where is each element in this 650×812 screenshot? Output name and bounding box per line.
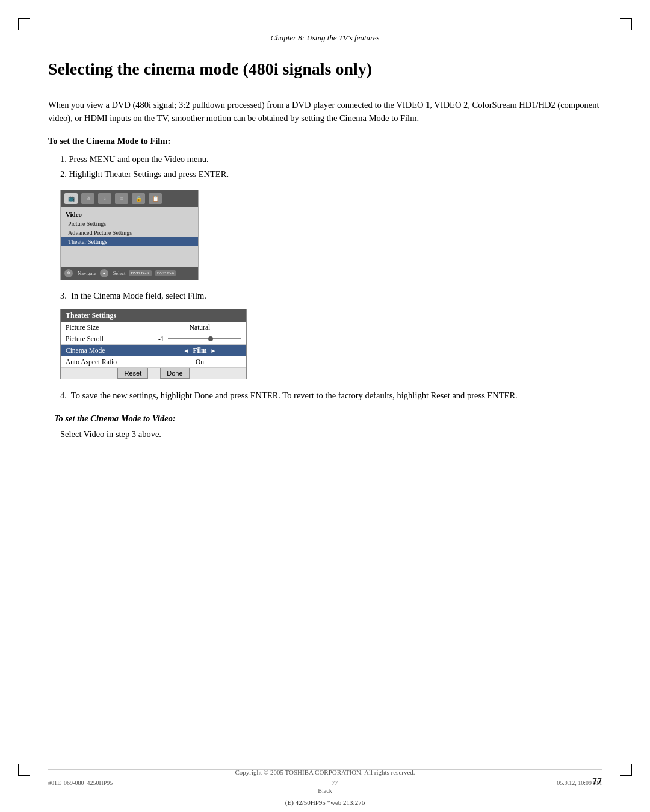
cinema-mode-label: Cinema Mode [61, 345, 153, 356]
video-text: Select Video in step 3 above. [60, 427, 602, 441]
step-2: Highlight Theater Settings and press ENT… [60, 167, 602, 181]
footer-bottom: #01E_069-080_4250HP95 77 05.9.12, 10:09 … [48, 779, 602, 786]
done-button[interactable]: Done [160, 368, 189, 379]
select-badge: ● [100, 269, 108, 277]
dvd-back-btn: DVD Back [129, 270, 151, 276]
footer-copyright: Copyright © 2005 TOSHIBA CORPORATION. Al… [48, 769, 602, 776]
menu-icon-4: ≡ [115, 193, 128, 204]
theater-row-auto-aspect: Auto Aspect Ratio On [61, 356, 246, 368]
menu-screenshot: 📺 🖥 ♪ ≡ 🔒 📋 Video Picture Settings Advan… [60, 190, 199, 280]
menu-icon-1: 📺 [64, 193, 78, 204]
sub-heading-film: To set the Cinema Mode to Film: [48, 136, 602, 146]
step-3-text: 3. In the Cinema Mode field, select Film… [60, 289, 602, 303]
steps-list: Press MENU and open the Video menu. High… [60, 152, 602, 181]
theater-row-picture-scroll: Picture Scroll -1 [61, 333, 246, 345]
auto-aspect-label: Auto Aspect Ratio [61, 356, 153, 367]
picture-size-value: Natural [153, 322, 246, 333]
step-4-text: 4. To save the new settings, highlight D… [60, 389, 602, 403]
section-title: Selecting the cinema mode (480i signals … [48, 48, 602, 87]
cinema-mode-arrow-left[interactable]: ◄ [184, 347, 190, 354]
scroll-num: -1 [158, 335, 164, 342]
reset-button[interactable]: Reset [117, 368, 148, 379]
auto-aspect-value: On [153, 356, 246, 367]
step-1: Press MENU and open the Video menu. [60, 152, 602, 166]
menu-icons-bar: 📺 🖥 ♪ ≡ 🔒 📋 [61, 190, 198, 207]
menu-item-advanced: Advanced Picture Settings [61, 228, 198, 237]
menu-body: Video Picture Settings Advanced Picture … [61, 207, 198, 249]
menu-icon-6: 📋 [149, 193, 162, 204]
content-area: Selecting the cinema mode (480i signals … [0, 48, 650, 441]
cinema-mode-value: ◄ Film ► [153, 345, 246, 356]
bottom-barcode: (E) 42/50HP95 *web 213:276 [0, 796, 650, 806]
picture-scroll-value: -1 [153, 333, 246, 344]
menu-icon-2: 🖥 [81, 193, 94, 204]
footer-page-left: 77 [332, 779, 338, 786]
navigate-label: Navigate [78, 270, 96, 276]
theater-settings-table: Theater Settings Picture Size Natural Pi… [60, 309, 247, 379]
page-container: Chapter 8: Using the TV's features Selec… [0, 0, 650, 812]
theater-row-picture-size: Picture Size Natural [61, 322, 246, 333]
menu-nav-bar: ⊕ Navigate ● Select DVD Back DVD Exit [61, 267, 198, 280]
dvd-exit-btn: DVD Exit [155, 270, 176, 276]
picture-size-label: Picture Size [61, 322, 153, 333]
menu-item-picture-settings: Picture Settings [61, 219, 198, 228]
page-number: 77 [592, 776, 602, 787]
menu-item-theater: Theater Settings [61, 237, 198, 246]
chapter-header: Chapter 8: Using the TV's features [0, 0, 650, 48]
cinema-mode-val: Film [193, 347, 207, 354]
menu-icon-3: ♪ [98, 193, 111, 204]
scroll-slider [168, 338, 241, 339]
select-label: Select [113, 270, 126, 276]
video-sub-heading: To set the Cinema Mode to Video: [54, 414, 602, 424]
menu-icon-5: 🔒 [132, 193, 145, 204]
theater-footer-row: Reset Done [61, 368, 246, 379]
theater-table-header: Theater Settings [61, 309, 246, 322]
footer-left-code: #01E_069-080_4250HP95 [48, 779, 113, 786]
theater-row-cinema-mode: Cinema Mode ◄ Film ► [61, 345, 246, 356]
menu-category: Video [61, 209, 198, 219]
chapter-header-text: Chapter 8: Using the TV's features [270, 33, 379, 42]
cinema-mode-arrow-right[interactable]: ► [211, 347, 217, 354]
navigate-badge: ⊕ [64, 269, 73, 277]
footer-area: Copyright © 2005 TOSHIBA CORPORATION. Al… [0, 769, 650, 794]
corner-mark-tr [620, 18, 632, 30]
intro-text: When you view a DVD (480i signal; 3:2 pu… [48, 98, 602, 125]
footer-color: Black [48, 787, 602, 794]
picture-scroll-label: Picture Scroll [61, 333, 153, 344]
corner-mark-tl [18, 18, 30, 30]
scroll-slider-mark [208, 336, 213, 341]
